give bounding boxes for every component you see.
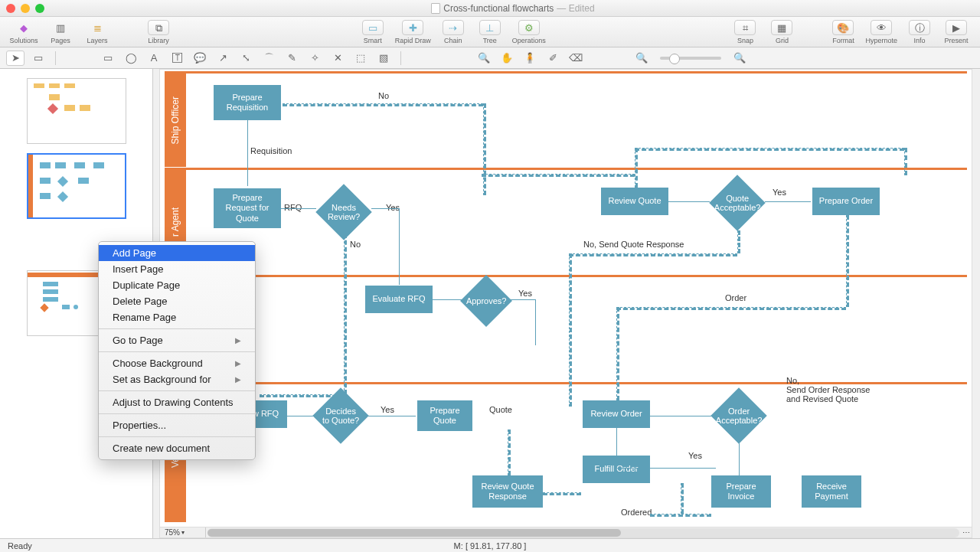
chevron-right-icon: ▶ (235, 375, 241, 384)
canvas-area[interactable]: Ship Officer r Agent Vendor Prepare Requ… (153, 69, 980, 538)
label-yes-1: Yes (386, 203, 400, 212)
ctx-rename-page[interactable]: Rename Page (99, 309, 255, 325)
solutions-label: Solutions (9, 37, 38, 44)
status-mouse: M: [ 91.81, 177.80 ] (454, 541, 527, 550)
page-thumb-1[interactable] (27, 78, 126, 144)
lane-ship-officer[interactable]: Ship Officer (165, 73, 186, 167)
shape-needs-review[interactable]: Needs Review? (315, 184, 372, 240)
pages-button[interactable]: ▥Pages (43, 19, 78, 45)
select-rect-tool[interactable]: ▭ (29, 51, 47, 66)
label-quote: Quote (489, 405, 512, 414)
ctx-choose-background[interactable]: Choose Background▶ (99, 355, 255, 371)
smart-button[interactable]: ▭Smart (355, 19, 390, 45)
callout-tool[interactable]: 💬 (191, 51, 209, 66)
ellipse-tool[interactable]: ◯ (122, 51, 140, 66)
rapiddraw-button[interactable]: ✚Rapid Draw (392, 19, 434, 45)
layers-label: Layers (87, 37, 107, 44)
shape-receive-payment[interactable]: Receive Payment (802, 475, 861, 508)
label-yes-5: Yes (688, 451, 702, 460)
pages-label: Pages (51, 37, 70, 44)
shape-review-quote-response[interactable]: Review Quote Response (472, 475, 543, 508)
label-no-1: No (378, 91, 389, 100)
drawing-canvas[interactable]: Ship Officer r Agent Vendor Prepare Requ… (159, 69, 972, 528)
window-title: Cross-functional flowcharts (443, 3, 554, 14)
connector-tool[interactable]: ⤡ (237, 51, 255, 66)
label-requisition: Requisition (250, 146, 292, 155)
shape-prepare-rfq[interactable]: Prepare Request for Quote (214, 188, 281, 228)
stamp-tool[interactable]: 🧍 (521, 51, 539, 66)
horizontal-scrollbar[interactable] (207, 528, 959, 537)
label-yes-4: Yes (381, 405, 394, 414)
grid-label: Grid (776, 37, 789, 44)
edit-tool[interactable]: ✧ (305, 51, 324, 66)
status-bar: Ready M: [ 91.81, 177.80 ] (0, 538, 980, 552)
ctx-adjust-contents[interactable]: Adjust to Drawing Contents (99, 394, 255, 410)
fill-tool[interactable]: ▧ (374, 51, 393, 66)
eraser-tool[interactable]: ⌫ (567, 51, 585, 66)
chain-button[interactable]: ⇢Chain (436, 19, 471, 45)
zoom-slider[interactable] (660, 57, 721, 60)
ctx-goto-page[interactable]: Go to Page▶ (99, 332, 255, 348)
line-tool[interactable]: ↗ (214, 51, 232, 66)
label-yes-3: Yes (773, 188, 786, 197)
info-button[interactable]: ⓘInfo (902, 19, 937, 45)
zoom-out-button[interactable]: 🔍 (632, 51, 651, 66)
library-button[interactable]: ⧉Library (141, 19, 176, 45)
shape-prepare-order[interactable]: Prepare Order (812, 188, 880, 215)
format-label: Format (832, 37, 854, 44)
ctx-add-page[interactable]: Add Page (99, 245, 255, 261)
rect-tool[interactable]: ▭ (99, 51, 117, 66)
status-ready: Ready (8, 541, 32, 550)
present-button[interactable]: ▶Present (939, 19, 974, 45)
page-thumb-2[interactable] (27, 153, 126, 219)
pointer-tool[interactable]: ➤ (6, 51, 24, 66)
minimize-icon[interactable] (21, 4, 30, 13)
grid-button[interactable]: ▦Grid (764, 19, 799, 45)
shape-prepare-invoice[interactable]: Prepare Invoice (711, 475, 771, 508)
shape-prepare-requisition[interactable]: Prepare Requisition (214, 85, 281, 120)
shape-review-quote[interactable]: Review Quote (601, 188, 668, 215)
shape-evaluate-rfq[interactable]: Evaluate RFQ (365, 286, 433, 313)
solutions-button[interactable]: ◆Solutions (6, 19, 41, 45)
close-icon[interactable] (6, 4, 15, 13)
ctx-delete-page[interactable]: Delete Page (99, 293, 255, 309)
tree-label: Tree (483, 37, 497, 44)
window-controls[interactable] (6, 4, 44, 13)
ctx-create-new-document[interactable]: Create new document (99, 440, 255, 456)
shape-quote-acceptable[interactable]: Quote Acceptable? (709, 175, 766, 231)
layers-button[interactable]: ≣Layers (80, 19, 115, 45)
shape-fulfill-order[interactable]: Fulfill Order (583, 456, 650, 483)
ctx-insert-page[interactable]: Insert Page (99, 261, 255, 277)
main-toolbar: ◆Solutions ▥Pages ≣Layers ⧉Library ▭Smar… (0, 17, 980, 47)
pen-tool[interactable]: ✎ (283, 51, 301, 66)
ctx-duplicate-page[interactable]: Duplicate Page (99, 277, 255, 293)
shape-review-order[interactable]: Review Order (583, 400, 650, 428)
anchor-tool[interactable]: ✕ (328, 51, 347, 66)
tree-button[interactable]: ⊥Tree (472, 19, 508, 45)
ctx-properties[interactable]: Properties... (99, 417, 255, 433)
zoom-in-button[interactable]: 🔍 (730, 51, 749, 66)
operations-button[interactable]: ⚙Operations (509, 19, 549, 45)
eyedrop-tool[interactable]: ✐ (544, 51, 562, 66)
library-label: Library (148, 37, 169, 44)
pan-tool[interactable]: ✋ (498, 51, 516, 66)
ctx-set-background-for[interactable]: Set as Background for▶ (99, 371, 255, 387)
shape-approves[interactable]: Approves? (460, 275, 512, 327)
textbox-tool[interactable]: 🅃 (168, 51, 186, 66)
label-rfq: RFQ (284, 203, 302, 212)
label-no-2: No (350, 240, 361, 249)
zoom-icon[interactable] (35, 4, 44, 13)
zoom-display[interactable]: 75%▾ (160, 528, 206, 537)
hypernote-label: Hypernote (865, 37, 897, 44)
label-ordered: Ordered (621, 508, 652, 517)
snap-button[interactable]: ⌗Snap (727, 19, 763, 45)
text-tool[interactable]: A (145, 51, 163, 66)
hypernote-button[interactable]: 👁Hypernote (862, 19, 900, 45)
shape-order-acceptable[interactable]: Order Acceptable? (710, 387, 767, 444)
shape-prepare-quote[interactable]: Prepare Quote (417, 400, 472, 431)
arc-tool[interactable]: ⌒ (260, 51, 278, 66)
format-button[interactable]: 🎨Format (825, 19, 861, 45)
scroll-right-button[interactable]: ⋯ (961, 528, 972, 537)
zoom-tool[interactable]: 🔍 (475, 51, 493, 66)
region-tool[interactable]: ⬚ (351, 51, 370, 66)
